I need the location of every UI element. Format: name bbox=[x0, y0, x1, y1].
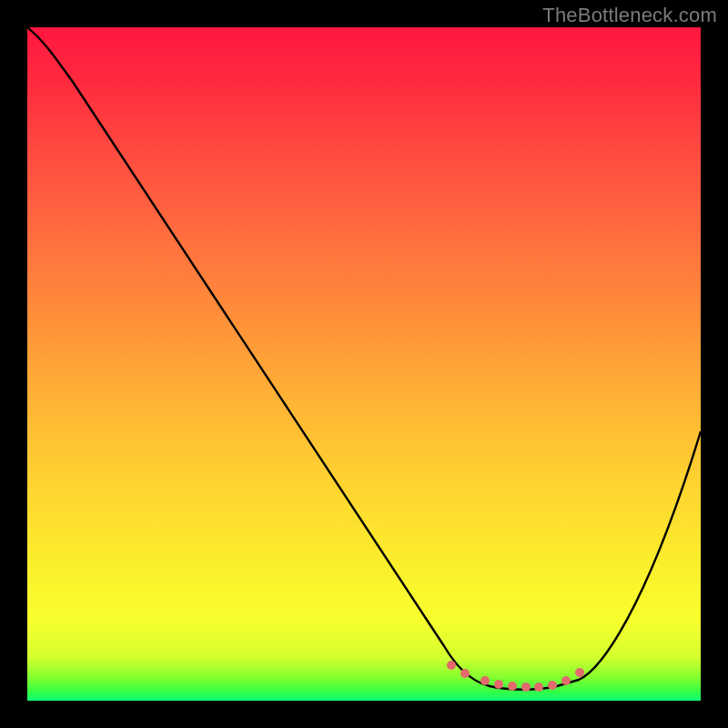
highlight-dot bbox=[521, 682, 531, 692]
highlight-dot bbox=[534, 682, 543, 692]
highlight-dot bbox=[447, 661, 456, 670]
highlight-dot bbox=[494, 680, 503, 689]
chart-stage: TheBottleneck.com bbox=[0, 0, 728, 728]
plot-area bbox=[27, 27, 701, 701]
watermark-text: TheBottleneck.com bbox=[542, 4, 717, 27]
highlight-dot bbox=[508, 682, 517, 691]
highlight-dots-group bbox=[447, 661, 584, 692]
bottleneck-curve-path bbox=[27, 27, 701, 690]
highlight-dot bbox=[460, 669, 470, 678]
curve-svg bbox=[27, 27, 701, 701]
highlight-dot bbox=[575, 668, 584, 677]
highlight-dot bbox=[561, 676, 571, 685]
highlight-dot bbox=[480, 676, 490, 685]
highlight-dot bbox=[548, 681, 557, 690]
